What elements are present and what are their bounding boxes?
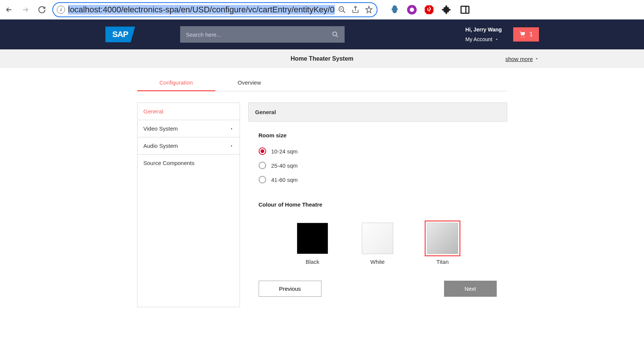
sidebar-item-source-components[interactable]: Source Components bbox=[138, 155, 240, 171]
sap-logo[interactable]: SAP bbox=[105, 27, 135, 42]
cart-button[interactable]: 1 bbox=[513, 27, 539, 42]
tabs: Configuration Overview bbox=[137, 79, 507, 91]
swatch-white[interactable]: White bbox=[362, 223, 393, 265]
bookmark-star-icon[interactable] bbox=[365, 6, 373, 14]
room-size-radio-group: 10-24 sqm 25-40 sqm 41-60 sqm bbox=[259, 147, 497, 183]
svg-rect-4 bbox=[461, 6, 469, 13]
swatch-box bbox=[297, 223, 328, 254]
browser-toolbar: i localhost:4000/electronics-spa/en/USD/… bbox=[0, 0, 644, 19]
sidebar-item-label: Source Components bbox=[144, 160, 195, 166]
svg-point-6 bbox=[333, 32, 337, 36]
radio-room-25-40[interactable]: 25-40 sqm bbox=[259, 162, 497, 169]
my-account-dropdown[interactable]: My Account bbox=[465, 36, 502, 42]
sidebar-item-general[interactable]: General bbox=[138, 103, 240, 120]
next-button[interactable]: Next bbox=[444, 281, 497, 297]
account-area: Hi, Jerry Wang My Account 1 bbox=[465, 27, 539, 42]
cart-icon bbox=[519, 31, 526, 38]
greeting-text: Hi, Jerry Wang bbox=[465, 27, 502, 33]
zoom-out-icon[interactable] bbox=[338, 6, 346, 14]
product-subheader: Home Theater System show more bbox=[0, 49, 644, 68]
radio-icon bbox=[259, 162, 266, 169]
sidebar: General Video System Audio System Source… bbox=[137, 103, 240, 307]
url-actions bbox=[338, 6, 373, 14]
svg-point-2 bbox=[410, 7, 414, 12]
back-button[interactable] bbox=[3, 4, 15, 16]
previous-button[interactable]: Previous bbox=[259, 281, 321, 297]
swatch-black[interactable]: Black bbox=[297, 223, 328, 265]
sidebar-item-label: Video System bbox=[144, 125, 178, 132]
extension-icons bbox=[389, 4, 470, 15]
tab-overview[interactable]: Overview bbox=[215, 79, 284, 91]
colour-swatches: Black White Titan bbox=[259, 223, 497, 265]
colour-label: Colour of Home Theatre bbox=[259, 201, 497, 208]
cart-count: 1 bbox=[530, 31, 533, 38]
chevron-right-icon bbox=[230, 144, 234, 148]
site-info-icon[interactable]: i bbox=[57, 6, 65, 14]
section-header: General bbox=[248, 103, 507, 122]
sidebar-item-video-system[interactable]: Video System bbox=[138, 120, 240, 137]
url-text: localhost:4000/electronics-spa/en/USD/co… bbox=[68, 5, 335, 15]
side-panel-icon[interactable] bbox=[460, 4, 470, 15]
extension-icon-2[interactable] bbox=[407, 4, 417, 15]
reload-button[interactable] bbox=[36, 4, 48, 16]
radio-icon bbox=[259, 147, 266, 155]
extensions-menu-icon[interactable] bbox=[441, 4, 452, 15]
extension-icon-3[interactable] bbox=[424, 4, 434, 15]
content-panel: General Room size 10-24 sqm 25-40 sqm 41… bbox=[248, 103, 507, 307]
site-header: SAP Hi, Jerry Wang My Account 1 bbox=[0, 19, 644, 49]
swatch-titan[interactable]: Titan bbox=[427, 223, 458, 265]
chevron-down-icon bbox=[534, 57, 539, 61]
radio-room-10-24[interactable]: 10-24 sqm bbox=[259, 147, 497, 155]
sidebar-item-label: Audio System bbox=[144, 143, 178, 149]
chevron-right-icon bbox=[230, 127, 234, 131]
show-more-link[interactable]: show more bbox=[505, 56, 539, 62]
swatch-box bbox=[362, 223, 393, 254]
share-icon[interactable] bbox=[351, 6, 360, 14]
radio-room-41-60[interactable]: 41-60 sqm bbox=[259, 176, 497, 183]
tab-configuration[interactable]: Configuration bbox=[137, 79, 215, 91]
nav-buttons: Previous Next bbox=[259, 281, 497, 297]
sidebar-item-audio-system[interactable]: Audio System bbox=[138, 137, 240, 155]
product-title: Home Theater System bbox=[290, 55, 353, 62]
radio-icon bbox=[259, 176, 266, 183]
search-input[interactable] bbox=[186, 31, 332, 38]
search-box[interactable] bbox=[180, 26, 345, 43]
extension-icon-1[interactable] bbox=[389, 4, 400, 15]
sidebar-item-label: General bbox=[144, 108, 163, 115]
address-bar[interactable]: i localhost:4000/electronics-spa/en/USD/… bbox=[52, 2, 378, 17]
room-size-label: Room size bbox=[259, 132, 497, 138]
swatch-box bbox=[427, 223, 458, 254]
forward-button[interactable] bbox=[19, 4, 31, 16]
search-icon[interactable] bbox=[332, 31, 339, 38]
chevron-down-icon bbox=[494, 37, 499, 42]
main-content: General Video System Audio System Source… bbox=[137, 103, 507, 307]
